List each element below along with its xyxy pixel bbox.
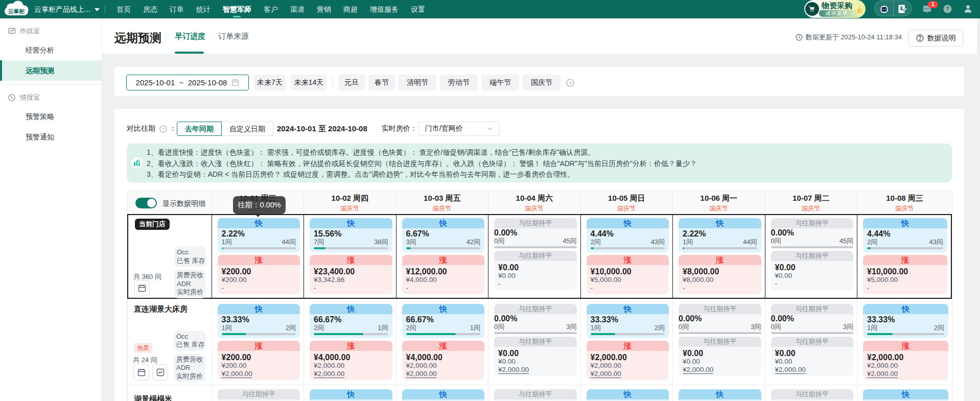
svg-text:?: ? — [162, 126, 165, 131]
svg-text:?: ? — [946, 6, 949, 12]
svg-text:?: ? — [569, 80, 571, 85]
svg-text:云掌柜: 云掌柜 — [8, 8, 25, 14]
